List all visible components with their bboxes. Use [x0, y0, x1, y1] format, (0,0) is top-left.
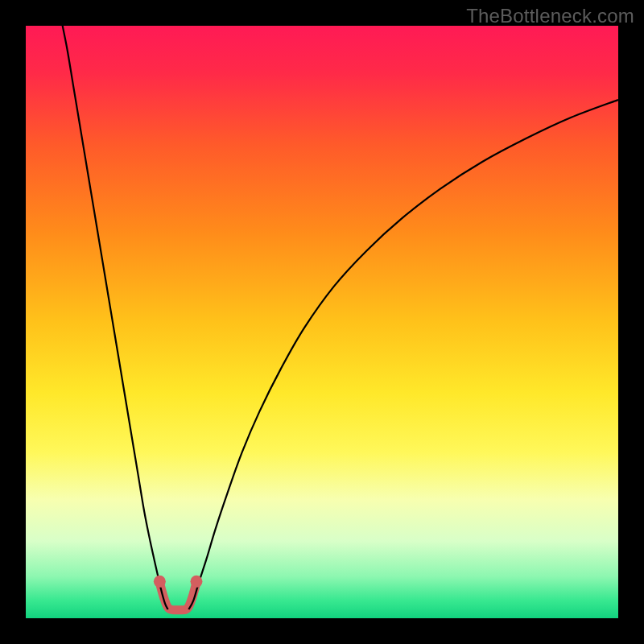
gradient-background [26, 26, 618, 618]
outer-black-frame: TheBottleneck.com [0, 0, 644, 644]
watermark-label: TheBottleneck.com [466, 5, 634, 27]
chart-svg [26, 26, 618, 618]
plot-area [26, 26, 618, 618]
highlight-dot-1 [190, 576, 202, 588]
highlight-dot-0 [154, 576, 166, 588]
